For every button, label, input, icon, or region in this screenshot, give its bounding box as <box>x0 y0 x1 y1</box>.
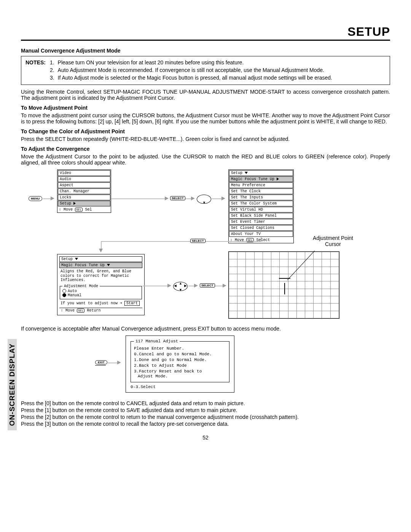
flow-line <box>212 198 221 199</box>
triangle-down-icon <box>75 258 78 260</box>
paragraph-adjust: Move the Adjustment Cursor to the point … <box>21 153 390 166</box>
adjustment-point-label: Adjustment Point Cursor <box>303 235 363 247</box>
note-3-text: If Auto Adjust mode is selected or the M… <box>57 74 333 81</box>
flow-line <box>43 198 51 199</box>
radio-auto: Auto <box>62 289 139 293</box>
arrow-right-icon <box>165 197 169 200</box>
osd-magic-focus: Setup Magic Focus Tune Up Aligns the Red… <box>57 254 145 315</box>
flow-line <box>143 286 167 286</box>
paragraph-btn3: Press the [3] button on the remote contr… <box>21 421 390 427</box>
exit-badge-underline <box>95 365 106 366</box>
select-badge: SELECT <box>190 239 206 243</box>
magic-hint: ↕ Move SEL Return <box>59 308 142 313</box>
page-title: SETUP <box>21 25 390 39</box>
magic-title: Setup <box>59 256 142 262</box>
menu2-title: Setup <box>229 170 293 176</box>
triangle-down-icon <box>245 172 248 174</box>
menu2-item: Set The Inputs <box>229 195 293 200</box>
notes-box: NOTES: 1. Please turn ON your television… <box>21 56 390 85</box>
menu1-item: Aspect <box>58 182 110 188</box>
paragraph-btn2: Press the [2] button on the remote contr… <box>21 414 390 420</box>
page-number: 52 <box>21 435 390 441</box>
exit-legend: 117 Manual Adjust <box>134 339 180 343</box>
menu1-hint: ↕ Move SEL Sel <box>57 207 111 212</box>
magic-desc: Aligns the Red, Green, and Blue colors t… <box>59 268 143 283</box>
exit-opt-3a: 3.Factory Reset and back to <box>134 369 226 374</box>
menu1-item: Locks <box>58 195 110 200</box>
arrow-right-icon <box>167 284 171 288</box>
osd-main-menu: Video Audio Aspect Chan. Manager Locks S… <box>57 169 111 213</box>
select-badge: SELECT <box>200 283 215 288</box>
note-2-num: 2. <box>49 67 57 73</box>
menu2-item: Set The Color System <box>229 201 293 206</box>
select-badge: SELECT <box>170 196 185 200</box>
flow-line <box>188 286 194 286</box>
diagram-area: MENU Video Audio Aspect Chan. Manager Lo… <box>29 169 390 322</box>
page-header: SETUP <box>21 25 390 41</box>
flow-line <box>261 237 261 241</box>
menu2-item: Set Virtual HD <box>229 207 293 212</box>
paragraph-move: To move the adjustment point cursor usin… <box>21 112 390 125</box>
menu1-item: Chan. Manager <box>58 189 110 194</box>
menu2-item: Set Event Timer <box>229 219 293 225</box>
menu2-item: Set The Clock <box>229 189 293 194</box>
menu1-item: Video <box>58 170 110 176</box>
adjustment-cursor-v <box>284 283 285 294</box>
exit-opt-0: 0.Cancel and go to Normal Mode. <box>134 352 226 356</box>
radio-manual: Manual <box>62 293 139 297</box>
paragraph-after-adjust: If convergence is acceptable after Manua… <box>21 326 390 332</box>
arrow-right-icon <box>223 284 226 288</box>
section-manual-conv-title: Manual Convergence Adjustment Mode <box>21 48 390 54</box>
exit-footer: 0-3.Select <box>131 385 229 389</box>
exit-diagram: EXIT 117 Manual Adjust Please Enter Numb… <box>59 335 390 396</box>
paragraph-intro: Using the Remote Control, select SETUP-M… <box>21 89 390 101</box>
exit-fieldset: 117 Manual Adjust Please Enter Number. 0… <box>131 339 229 382</box>
adjustment-mode-legend: Adjustment Mode <box>62 284 100 288</box>
cursor-pad-icon: ▲▼◀▶ <box>173 282 188 291</box>
osd-setup-menu: Setup Magic Focus Tune Up Menu Preferenc… <box>228 169 294 243</box>
paragraph-btn1: Press the [1] button on the remote contr… <box>21 407 390 413</box>
magic-subtitle: Magic Focus Tune Up <box>59 262 142 268</box>
menu1-item-selected: Setup <box>58 201 110 206</box>
menu2-item: Menu Preference <box>229 182 293 188</box>
menu2-item: Set Black Side Panel <box>229 213 293 219</box>
menu1-item: Audio <box>58 176 110 182</box>
triangle-right-icon <box>277 177 279 181</box>
note-2-text: Auto Adjustment Mode is recommended. If … <box>57 67 333 73</box>
arrow-right-icon <box>191 197 195 200</box>
exit-opt-1: 1.Done and go to Normal Mode. <box>134 358 226 362</box>
triangle-right-icon <box>73 202 76 205</box>
paragraph-btn0: Press the [0] button on the remote contr… <box>21 400 390 406</box>
triangle-down-icon <box>107 264 110 266</box>
magic-prompt-row: If you want to adjust now ➔ Start <box>59 301 143 307</box>
arrow-down-icon <box>99 249 103 252</box>
arrow-right-icon <box>117 361 121 364</box>
adjustment-mode-fieldset: Adjustment Mode Auto Manual <box>60 284 142 299</box>
menu-badge: MENU <box>29 196 42 201</box>
start-button: Start <box>124 301 140 306</box>
note-3-num: 3. <box>49 74 57 81</box>
section-change-color-title: To Change the Color of Adjustment Point <box>21 128 390 134</box>
crosshatch-grid <box>228 251 339 319</box>
cursor-pad-icon: ▼ <box>197 195 211 204</box>
note-1-text: Please turn ON your television for at le… <box>57 59 333 66</box>
flow-line <box>185 198 191 199</box>
osd-exit-menu: 117 Manual Adjust Please Enter Number. 0… <box>126 335 234 393</box>
arrow-right-icon <box>51 197 54 200</box>
page: SETUP Manual Convergence Adjustment Mode… <box>0 0 411 456</box>
menu2-item: About Your TV <box>229 231 293 237</box>
exit-badge: EXIT <box>95 360 107 364</box>
section-move-point-title: To Move Adjustment Point <box>21 105 390 111</box>
menu2-item-selected: Magic Focus Tune Up <box>229 176 293 182</box>
flow-line <box>108 363 117 363</box>
note-1-num: 1. <box>49 59 57 66</box>
flow-line <box>101 241 102 249</box>
flow-line <box>112 198 165 199</box>
section-adjust-conv-title: To Adjust the Convergence <box>21 146 390 152</box>
exit-opt-3b: Adjust Mode. <box>134 374 226 379</box>
flow-line <box>215 286 223 286</box>
menu2-item: Set Closed Captions <box>229 225 293 231</box>
exit-line: Please Enter Number. <box>134 346 226 351</box>
arrow-right-icon <box>221 197 225 200</box>
flow-line <box>101 241 261 242</box>
